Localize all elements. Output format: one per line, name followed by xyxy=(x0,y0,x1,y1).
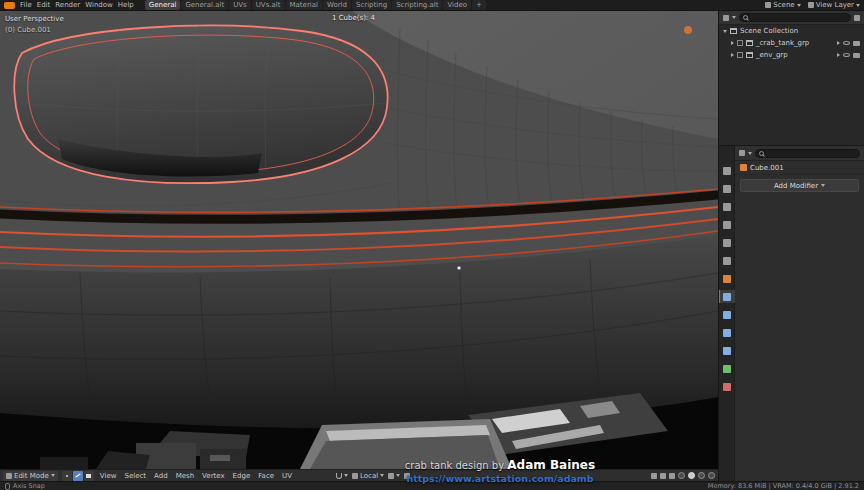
tab-object-data[interactable] xyxy=(719,362,735,375)
tab-scene[interactable] xyxy=(719,236,735,249)
snapping-control[interactable] xyxy=(336,473,348,479)
checkbox-icon[interactable] xyxy=(737,40,743,46)
tab-constraints[interactable] xyxy=(719,344,735,357)
world-icon xyxy=(723,257,731,265)
tab-material[interactable]: Material xyxy=(286,0,322,10)
tab-uvs[interactable]: UVs xyxy=(229,0,251,10)
viewport-header: Edit Mode View Select Add Mesh Vertex Ed… xyxy=(0,469,718,481)
tab-scripting-alt[interactable]: Scripting.alt xyxy=(392,0,442,10)
tab-world[interactable]: World xyxy=(323,0,351,10)
chevron-down-icon xyxy=(396,474,400,477)
menu-vertex[interactable]: Vertex xyxy=(200,472,227,480)
breadcrumb-object-name: Cube.001 xyxy=(750,164,784,172)
chevron-down-icon xyxy=(797,4,801,7)
status-stats: Memory: 83.6 MiB | VRAM: 0.4/4.0 GiB | 2… xyxy=(708,482,859,490)
blender-logo-icon[interactable] xyxy=(4,2,15,9)
expand-icon[interactable] xyxy=(723,30,727,33)
constraints-icon xyxy=(723,347,731,355)
tab-scripting[interactable]: Scripting xyxy=(352,0,391,10)
proportional-edit-icon[interactable] xyxy=(404,473,410,479)
tab-world[interactable] xyxy=(719,254,735,267)
tab-video[interactable]: Video xyxy=(443,0,471,10)
shading-wireframe-icon[interactable] xyxy=(678,472,685,479)
filter-icon[interactable] xyxy=(854,15,860,21)
hide-in-viewport-icon[interactable] xyxy=(843,53,850,57)
tab-view-layer[interactable] xyxy=(719,218,735,231)
overlays-icon[interactable] xyxy=(660,473,666,479)
3d-viewport[interactable]: User Perspective (0) Cube.001 1 Cube(s):… xyxy=(0,11,718,481)
collection-icon xyxy=(746,52,753,58)
transform-orientation-selector[interactable]: Local xyxy=(352,472,384,480)
view-layer-selector[interactable]: View Layer xyxy=(808,1,860,9)
properties-search-input[interactable] xyxy=(766,149,856,157)
collection-name: _crab_tank_grp xyxy=(756,39,809,47)
tab-render[interactable] xyxy=(719,182,735,195)
expand-icon[interactable] xyxy=(731,41,734,45)
menu-add[interactable]: Add xyxy=(152,472,170,480)
chevron-down-icon xyxy=(732,16,736,19)
gizmo-axis-handle[interactable] xyxy=(684,26,692,34)
outliner-panel: Scene Collection _crab_tank_grp xyxy=(719,11,864,146)
add-modifier-button[interactable]: Add Modifier xyxy=(740,179,859,192)
properties-tab-strip xyxy=(719,146,735,481)
collection-name: Scene Collection xyxy=(740,27,798,35)
tab-material[interactable] xyxy=(719,380,735,393)
viewport-canvas[interactable] xyxy=(0,11,718,469)
tab-output[interactable] xyxy=(719,200,735,213)
shading-material-icon[interactable] xyxy=(698,472,705,479)
menu-uv[interactable]: UV xyxy=(280,472,294,480)
add-workspace-button[interactable]: + xyxy=(472,0,486,10)
menu-mesh[interactable]: Mesh xyxy=(174,472,196,480)
outliner-row-crab-tank-grp[interactable]: _crab_tank_grp xyxy=(719,37,864,49)
face-select-button[interactable] xyxy=(84,471,94,481)
tab-general[interactable]: General xyxy=(145,0,181,10)
tab-particles[interactable] xyxy=(719,308,735,321)
outliner-row-scene-collection[interactable]: Scene Collection xyxy=(719,25,864,37)
properties-search-field[interactable] xyxy=(755,149,860,158)
menu-render[interactable]: Render xyxy=(55,1,80,9)
tab-physics[interactable] xyxy=(719,326,735,339)
viewport-display-controls xyxy=(651,472,715,479)
scene-selector[interactable]: Scene xyxy=(765,1,800,9)
tab-object[interactable] xyxy=(719,272,735,285)
outliner-row-env-grp[interactable]: _env_grp xyxy=(719,49,864,61)
disable-in-renders-icon[interactable] xyxy=(853,41,860,46)
menu-view[interactable]: View xyxy=(98,472,119,480)
menu-file[interactable]: File xyxy=(20,1,32,9)
menu-help[interactable]: Help xyxy=(118,1,134,9)
recessed-panel xyxy=(14,22,387,183)
tab-uvs-alt[interactable]: UVs.alt xyxy=(252,0,285,10)
disable-in-renders-icon[interactable] xyxy=(853,53,860,58)
selectable-icon[interactable] xyxy=(837,41,840,45)
outliner-search-field[interactable] xyxy=(739,13,851,22)
checkbox-icon[interactable] xyxy=(737,52,743,58)
tab-tool[interactable] xyxy=(719,164,735,177)
tab-general-alt[interactable]: General.alt xyxy=(181,0,228,10)
menu-edit[interactable]: Edit xyxy=(37,1,51,9)
menu-face[interactable]: Face xyxy=(256,472,276,480)
selectable-icon[interactable] xyxy=(837,53,840,57)
mode-selector[interactable]: Edit Mode xyxy=(3,471,58,481)
menu-edge[interactable]: Edge xyxy=(231,472,253,480)
hide-in-viewport-icon[interactable] xyxy=(843,41,850,45)
vertex-select-button[interactable] xyxy=(62,471,72,481)
menu-select[interactable]: Select xyxy=(122,472,148,480)
xray-toggle-icon[interactable] xyxy=(669,473,675,479)
outliner-editor-icon[interactable] xyxy=(723,15,729,21)
chevron-down-icon xyxy=(821,184,825,187)
show-gizmo-icon[interactable] xyxy=(651,473,657,479)
shading-solid-icon[interactable] xyxy=(688,472,695,479)
properties-main: Cube.001 Add Modifier xyxy=(735,146,864,481)
expand-icon[interactable] xyxy=(731,53,734,57)
status-bar: Axis Snap Memory: 83.6 MiB | VRAM: 0.4/4… xyxy=(0,481,864,490)
properties-editor-icon[interactable] xyxy=(739,150,745,156)
viewport-stats: 1 Cube(s): 4 xyxy=(332,14,375,22)
edge-select-button[interactable] xyxy=(73,471,83,481)
view-layer-icon xyxy=(808,2,814,8)
render-icon xyxy=(723,185,731,193)
tab-modifiers[interactable] xyxy=(719,290,735,303)
pivot-point-selector[interactable] xyxy=(388,473,400,479)
status-hint-label: Axis Snap xyxy=(13,482,45,490)
shading-rendered-icon[interactable] xyxy=(708,472,715,479)
menu-window[interactable]: Window xyxy=(85,1,113,9)
